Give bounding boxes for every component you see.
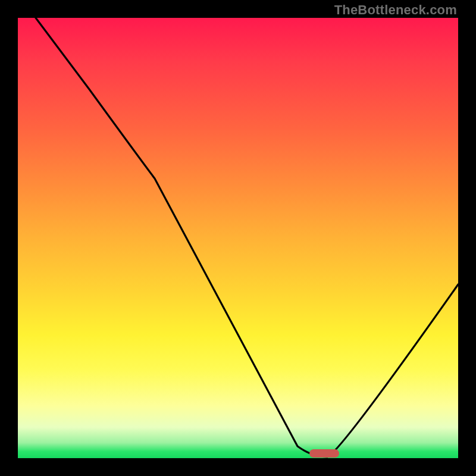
curve-svg bbox=[18, 18, 458, 458]
chart-frame: TheBottleneck.com bbox=[0, 0, 476, 476]
watermark-text: TheBottleneck.com bbox=[334, 2, 457, 18]
bottleneck-curve bbox=[36, 18, 458, 457]
plot-area bbox=[18, 18, 458, 458]
optimal-marker bbox=[309, 449, 339, 458]
